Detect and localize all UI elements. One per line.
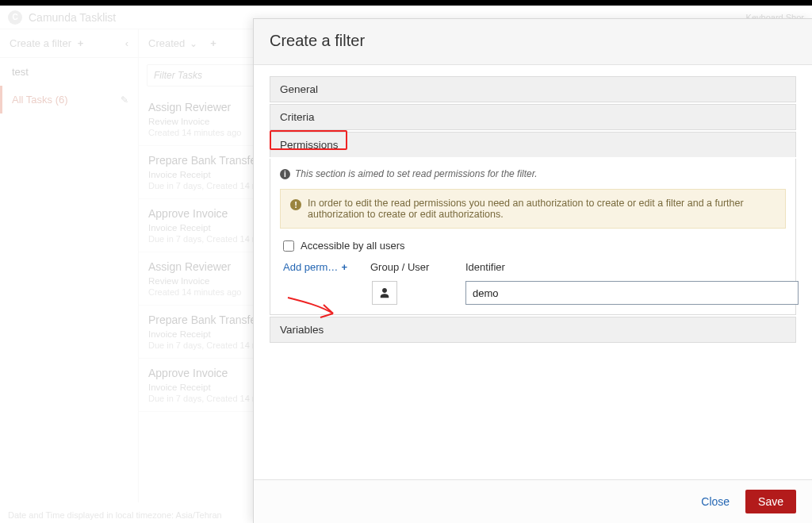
warning-alert: ! In order to edit the read permissions … [280,189,786,229]
create-filter-modal: Create a filter General Criteria Permiss… [253,18,812,523]
person-icon [379,287,390,298]
timezone-footer: Date and Time displayed in local timezon… [8,510,222,520]
identifier-input[interactable] [465,281,799,305]
chevron-left-icon[interactable]: ‹ [125,37,128,49]
pencil-icon[interactable]: ✎ [121,94,128,106]
logo-icon: C [8,10,22,25]
filter-item-all-tasks[interactable]: All Tasks (6) ✎ [0,86,138,113]
plus-icon: + [341,261,347,273]
filter-item-test[interactable]: test [0,58,138,86]
section-criteria[interactable]: Criteria [270,104,796,130]
section-general[interactable]: General [270,76,796,102]
modal-header: Create a filter [254,19,812,65]
warning-icon: ! [290,199,301,210]
identifier-header: Identifier [465,261,799,273]
section-permissions[interactable]: Permissions [270,132,796,157]
modal-footer: Close Save [254,479,812,523]
info-line: i This section is aimed to set read perm… [280,168,786,179]
accessible-by-all-checkbox[interactable] [283,240,294,252]
section-variables[interactable]: Variables [270,317,796,343]
plus-icon: + [75,37,84,49]
filters-column: Create a filter + ‹ test All Tasks (6) ✎ [0,29,139,502]
permissions-body: i This section is aimed to set read perm… [270,159,796,315]
save-button[interactable]: Save [745,490,796,513]
group-user-header: Group / User [370,261,458,273]
create-filter-link[interactable]: Create a filter + [10,37,83,49]
app-title: Camunda Tasklist [29,11,116,24]
group-user-toggle[interactable] [372,281,397,305]
close-button[interactable]: Close [693,490,737,513]
modal-title: Create a filter [270,32,796,50]
filters-header: Create a filter + ‹ [0,29,138,58]
info-icon: i [280,169,290,179]
accessible-label: Accessible by all users [301,240,405,252]
chevron-down-icon[interactable]: ⌄ [190,38,197,49]
window-top-bar [0,0,812,6]
add-sort-icon[interactable]: + [210,37,216,49]
add-permission-link[interactable]: Add perm… + [283,261,362,273]
accessible-checkbox-row: Accessible by all users [280,240,786,252]
sort-toggle[interactable]: Created [148,37,185,49]
